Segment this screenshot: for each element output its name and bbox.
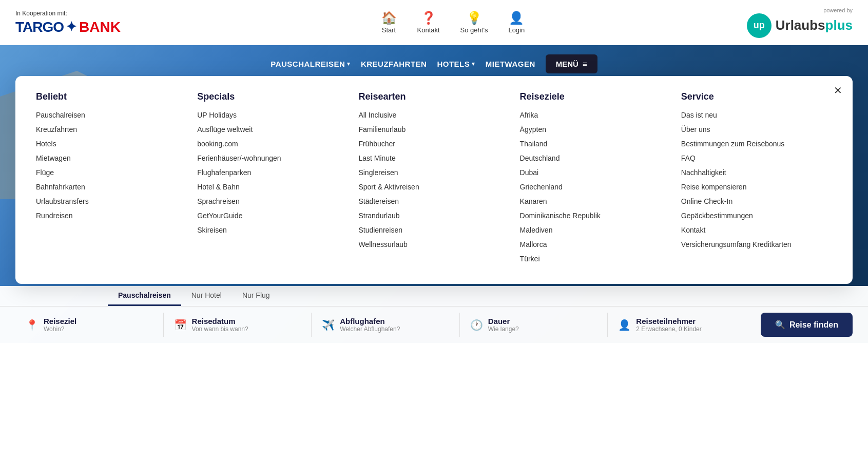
reiseziele-thailand[interactable]: Thailand <box>520 140 548 148</box>
bank-text: BANK <box>79 19 121 35</box>
specials-sprachreisen[interactable]: Sprachreisen <box>197 197 240 205</box>
reisearten-sport[interactable]: Sport & Aktivreisen <box>358 183 419 191</box>
reisearten-strandurlaub[interactable]: Strandurlaub <box>358 212 399 220</box>
specials-up-holidays[interactable]: UP Holidays <box>197 111 237 119</box>
reiseziele-kanaren[interactable]: Kanaren <box>520 197 547 205</box>
close-button[interactable]: ✕ <box>834 84 842 97</box>
beliebt-mietwagen[interactable]: Mietwagen <box>36 154 71 162</box>
teilnehmer-sub: 2 Erwachsene, 0 Kinder <box>636 326 701 333</box>
service-versicherung[interactable]: Versicherungsumfang Kreditkarten <box>681 240 792 248</box>
specials-ausfluege[interactable]: Ausflüge weltweit <box>197 125 253 133</box>
tab-nur-hotel[interactable]: Nur Hotel <box>181 286 232 306</box>
person-icon: 👤 <box>509 11 524 25</box>
beliebt-bahnfahrkarten[interactable]: Bahnfahrkarten <box>36 183 85 191</box>
search-field-teilnehmer[interactable]: 👤 Reiseteilnehmer 2 Erwachsene, 0 Kinder <box>608 313 756 337</box>
urlaubsplus-plus: plus <box>825 17 853 33</box>
specials-skireisen[interactable]: Skireisen <box>197 226 227 234</box>
beliebt-fluege[interactable]: Flüge <box>36 168 54 177</box>
service-nachhaltigkeit[interactable]: Nachhaltigkeit <box>681 168 726 177</box>
specials-getyourguide[interactable]: GetYourGuide <box>197 212 242 220</box>
nav-hotels-label: HOTELS <box>437 60 470 68</box>
service-gepaeck[interactable]: Gepäckbestimmungen <box>681 212 753 220</box>
reisearten-studienreisen[interactable]: Studienreisen <box>358 226 402 234</box>
beliebt-kreuzfahrten[interactable]: Kreuzfahrten <box>36 125 77 133</box>
reisearten-singlereisen[interactable]: Singlereisen <box>358 168 398 177</box>
menu-button[interactable]: MENÜ ≡ <box>546 54 597 73</box>
service-ueber-uns[interactable]: Über uns <box>681 125 710 133</box>
reiseziele-mallorca[interactable]: Mallorca <box>520 240 547 248</box>
menu-button-label: MENÜ <box>556 60 578 68</box>
reisearten-staedtereisen[interactable]: Städtereisen <box>358 197 399 205</box>
nav-mietwagen[interactable]: MIETWAGEN <box>486 60 535 68</box>
list-item: Nachhaltigkeit <box>681 168 832 177</box>
reisearten-all-inclusive[interactable]: All Inclusive <box>358 111 396 119</box>
search-field-abflughafen[interactable]: ✈️ Abflughafen Welcher Abflughafen? <box>312 313 460 337</box>
reisearten-wellness[interactable]: Wellnessurlaub <box>358 240 407 248</box>
abflughafen-label: Abflughafen <box>340 317 400 326</box>
beliebt-rundreisen[interactable]: Rundreisen <box>36 212 73 220</box>
search-field-reisedatum[interactable]: 📅 Reisedatum Von wann bis wann? <box>164 313 312 337</box>
nav-sogehts[interactable]: 💡 So geht's <box>460 11 488 34</box>
service-reise-kompensieren[interactable]: Reise kompensieren <box>681 183 747 191</box>
reiseziele-afrika[interactable]: Afrika <box>520 111 538 119</box>
list-item: Über uns <box>681 125 832 134</box>
targo-bank-logo[interactable]: TARGO ✦ BANK <box>15 19 121 35</box>
list-item: Thailand <box>520 139 671 148</box>
reisearten-last-minute[interactable]: Last Minute <box>358 154 395 162</box>
list-item: Ferienhäuser/-wohnungen <box>197 154 348 163</box>
nav-hotels[interactable]: HOTELS ▾ <box>437 60 475 68</box>
reiseziele-griechenland[interactable]: Griechenland <box>520 183 563 191</box>
beliebt-pauschalreisen[interactable]: Pauschalreisen <box>36 111 85 119</box>
nav-kontakt[interactable]: ❓ Kontakt <box>417 11 440 34</box>
list-item: Mietwagen <box>36 154 187 163</box>
list-item: Mallorca <box>520 240 671 249</box>
chevron-down-icon: ▾ <box>347 61 351 67</box>
search-tabs: Pauschalreisen Nur Hotel Nur Flug <box>0 286 868 307</box>
nav-pauschalreisen[interactable]: PAUSCHALREISEN ▾ <box>271 60 351 68</box>
beliebt-urlaubstransfers[interactable]: Urlaubstransfers <box>36 197 89 205</box>
clock-icon: 🕐 <box>470 319 483 331</box>
service-reisebonus[interactable]: Bestimmungen zum Reisebonus <box>681 140 785 148</box>
service-faq[interactable]: FAQ <box>681 154 696 162</box>
reiseziele-dubai[interactable]: Dubai <box>520 168 539 177</box>
service-online-checkin[interactable]: Online Check-In <box>681 197 732 205</box>
list-item: Deutschland <box>520 154 671 163</box>
reiseziele-deutschland[interactable]: Deutschland <box>520 154 560 162</box>
specials-booking[interactable]: booking.com <box>197 140 238 148</box>
nav-sogehts-label: So geht's <box>460 26 488 34</box>
list-item: Strandurlaub <box>358 211 509 220</box>
search-field-reiseziel[interactable]: 📍 Reiseziel Wohin? <box>15 313 164 337</box>
list-item: Rundreisen <box>36 211 187 220</box>
tab-nur-flug[interactable]: Nur Flug <box>232 286 280 306</box>
dauer-label: Dauer <box>488 317 519 326</box>
tab-pauschalreisen[interactable]: Pauschalreisen <box>108 286 181 306</box>
service-kontakt[interactable]: Kontakt <box>681 226 705 234</box>
nav-kreuzfahrten[interactable]: KREUZFAHRTEN <box>361 60 427 68</box>
nav-login[interactable]: 👤 Login <box>508 11 525 34</box>
reisearten-fruehbucher[interactable]: Frühbucher <box>358 140 395 148</box>
nav-start[interactable]: 🏠 Start <box>381 11 397 34</box>
reiseziele-malediven[interactable]: Malediven <box>520 226 553 234</box>
specials-flughafenparken[interactable]: Flughafenparken <box>197 168 251 177</box>
beliebt-hotels[interactable]: Hotels <box>36 140 56 148</box>
reiseziele-tuerkei[interactable]: Türkei <box>520 255 540 263</box>
search-field-dauer[interactable]: 🕐 Dauer Wie lange? <box>460 313 608 337</box>
list-item: Sprachreisen <box>197 197 348 206</box>
specials-ferienhaeuser[interactable]: Ferienhäuser/-wohnungen <box>197 154 281 162</box>
list-item: Frühbucher <box>358 139 509 148</box>
list-item: Türkei <box>520 254 671 263</box>
reiseziele-aegypten[interactable]: Ägypten <box>520 125 546 133</box>
header: In Kooperation mit: TARGO ✦ BANK 🏠 Start… <box>0 0 868 45</box>
list-item: Flughafenparken <box>197 168 348 177</box>
service-das-ist-neu[interactable]: Das ist neu <box>681 111 717 119</box>
reisearten-familienurlaub[interactable]: Familienurlaub <box>358 125 406 133</box>
mega-menu-list-reisearten: All Inclusive Familienurlaub Frühbucher … <box>358 110 509 249</box>
search-button[interactable]: 🔍 Reise finden <box>761 313 853 337</box>
list-item: All Inclusive <box>358 110 509 120</box>
specials-hotel-bahn[interactable]: Hotel & Bahn <box>197 183 240 191</box>
home-icon: 🏠 <box>381 11 397 25</box>
search-icon: 🔍 <box>775 320 785 330</box>
reiseziele-dominikanische[interactable]: Dominikanische Republik <box>520 212 601 220</box>
list-item: Sport & Aktivreisen <box>358 182 509 192</box>
urlaubsplus-logo[interactable]: powered by up Urlaubsplus <box>747 7 853 38</box>
